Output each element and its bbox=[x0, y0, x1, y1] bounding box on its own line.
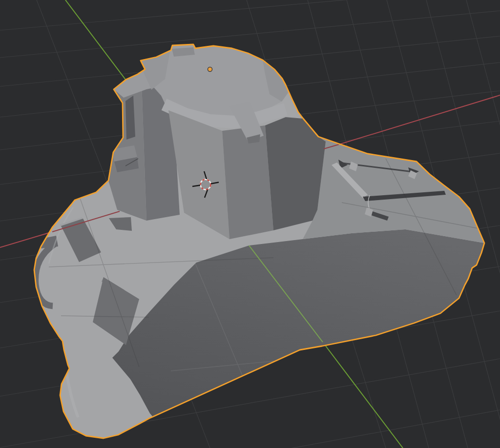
viewport-canvas[interactable] bbox=[0, 0, 500, 448]
turret-face-front bbox=[222, 125, 273, 239]
viewport-render bbox=[0, 0, 500, 448]
origin-point-icon[interactable] bbox=[208, 67, 212, 72]
